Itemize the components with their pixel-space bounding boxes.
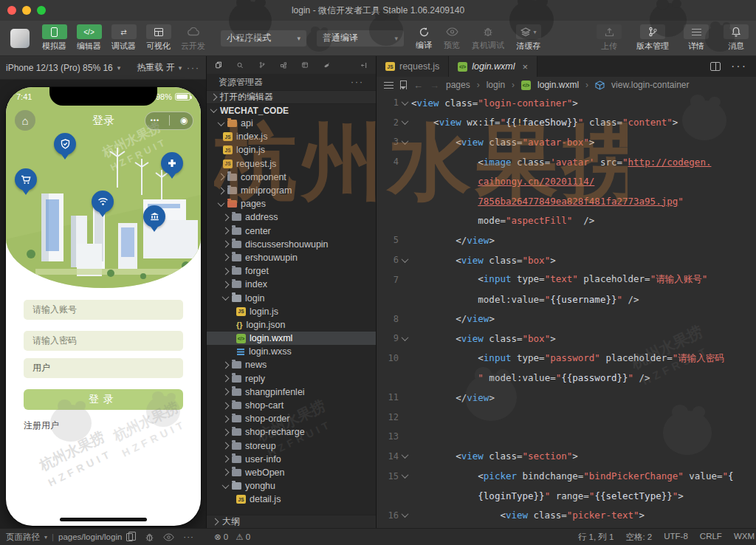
code-line[interactable]: model:value="{{username}}" /> bbox=[377, 289, 756, 309]
tree-item-reply[interactable]: reply bbox=[207, 372, 376, 385]
code-line[interactable]: 15 <picker bindchange="bindPickerChange"… bbox=[377, 466, 756, 486]
code-line[interactable]: 13 bbox=[377, 427, 756, 447]
open-editors-section[interactable]: 打开的编辑器 bbox=[207, 90, 376, 103]
tree-item-login.js[interactable]: JSlogin.js bbox=[207, 143, 376, 157]
tab-login-wxml[interactable]: </> login.wxml × bbox=[449, 56, 537, 77]
code-line[interactable]: mode="aspectFill" /> bbox=[377, 211, 756, 231]
tree-item-detail.js[interactable]: JSdetail.js bbox=[207, 493, 376, 506]
tree-item-shangpinfenlei[interactable]: shangpinfenlei bbox=[207, 385, 376, 399]
code-area[interactable]: 1<view class="login-container">2 <view w… bbox=[377, 93, 756, 528]
tree-item-storeup[interactable]: storeup bbox=[207, 439, 376, 453]
tree-item-discussershouwupin[interactable]: discussershouwupin bbox=[207, 238, 376, 251]
fold-chevron-icon[interactable] bbox=[402, 334, 409, 341]
language-mode[interactable]: WXM bbox=[734, 532, 755, 543]
page-path-select[interactable]: 页面路径 bbox=[6, 532, 40, 543]
code-line[interactable]: 4 <image class='avatar' src="http://code… bbox=[377, 152, 756, 172]
breadcrumb-pages[interactable]: pages bbox=[446, 80, 470, 90]
problems-indicator[interactable]: ⊗ 0 ⚠ 0 bbox=[207, 532, 250, 542]
fold-chevron-icon[interactable] bbox=[402, 510, 409, 518]
code-line[interactable]: {loginType}}" range="{{selectType}}"> bbox=[377, 486, 756, 506]
user-avatar[interactable] bbox=[10, 29, 30, 48]
tree-item-center[interactable]: center bbox=[207, 224, 376, 238]
code-line[interactable]: 10 <input type="password" placeholder="请… bbox=[377, 349, 756, 369]
code-line[interactable]: 16 <view class="picker-text"> bbox=[377, 505, 756, 525]
fold-chevron-icon[interactable] bbox=[402, 137, 409, 145]
visualization-toggle-button[interactable]: 可视化 bbox=[141, 24, 176, 52]
tree-item-request.js[interactable]: JSrequest.js bbox=[207, 157, 376, 171]
code-line[interactable]: 2 <view wx:if="{{!faceShow}}" class="con… bbox=[377, 113, 756, 133]
clear-cache-button[interactable]: ▾ 清缓存 bbox=[516, 24, 541, 52]
code-line[interactable]: 8 </view> bbox=[377, 309, 756, 329]
code-line[interactable]: 6 <view class="box"> bbox=[377, 250, 756, 270]
tree-item-news[interactable]: news bbox=[207, 358, 376, 371]
compile-button[interactable]: 编译 bbox=[416, 25, 432, 51]
fold-chevron-icon[interactable] bbox=[402, 98, 409, 106]
fold-chevron-icon[interactable] bbox=[402, 256, 409, 263]
panel-layout-icon[interactable] bbox=[302, 61, 308, 69]
tree-item-forget[interactable]: forget bbox=[207, 264, 376, 278]
code-line[interactable]: 9 <view class="box"> bbox=[377, 329, 756, 349]
tree-item-yonghu[interactable]: yonghu bbox=[207, 479, 376, 493]
nav-back-icon[interactable]: ← bbox=[413, 80, 423, 91]
code-line[interactable]: 5 </view> bbox=[377, 230, 756, 250]
login-type-picker[interactable]: 用户 bbox=[24, 358, 183, 378]
editor-more-button[interactable]: ··· bbox=[731, 60, 747, 73]
outline-list-icon[interactable] bbox=[384, 82, 394, 89]
code-line[interactable]: caihongy.cn/20201114/ bbox=[377, 171, 756, 191]
breadcrumb-file[interactable]: login.wxml bbox=[537, 80, 579, 90]
tree-item-component[interactable]: component bbox=[207, 171, 376, 184]
editor-toggle-button[interactable]: </> 编辑器 bbox=[72, 24, 106, 52]
minimize-window-button[interactable] bbox=[22, 6, 31, 15]
tree-item-pages[interactable]: pages bbox=[207, 197, 376, 210]
explorer-more-button[interactable]: ··· bbox=[351, 77, 364, 87]
tree-item-login.wxml[interactable]: </>login.wxml bbox=[207, 332, 376, 345]
fold-chevron-icon[interactable] bbox=[402, 118, 409, 126]
inspect-eye-icon[interactable] bbox=[163, 533, 174, 541]
code-line[interactable]: 1<view class="login-container"> bbox=[377, 93, 756, 113]
tree-item-login[interactable]: login bbox=[207, 291, 376, 304]
tab-request-js[interactable]: JS request.js bbox=[377, 56, 449, 77]
login-button[interactable]: 登录 bbox=[24, 389, 183, 410]
debug-bug-icon[interactable] bbox=[145, 532, 154, 542]
tree-item-login.js[interactable]: JSlogin.js bbox=[207, 305, 376, 318]
tree-item-user-info[interactable]: user-info bbox=[207, 453, 376, 466]
outline-section[interactable]: 大纲 bbox=[207, 515, 376, 528]
tree-item-shop-order[interactable]: shop-order bbox=[207, 412, 376, 425]
capsule-menu[interactable]: ••• ◉ bbox=[145, 112, 193, 130]
breadcrumb-node[interactable]: view.login-container bbox=[611, 80, 689, 90]
device-debug-button[interactable]: 真机调试 bbox=[472, 25, 504, 51]
search-icon[interactable] bbox=[237, 61, 243, 70]
extensions-icon[interactable] bbox=[281, 61, 286, 70]
tree-item-miniprogram[interactable]: miniprogram bbox=[207, 184, 376, 197]
compile-mode-select[interactable]: 普通编译▾ bbox=[317, 30, 404, 47]
mode-select[interactable]: 小程序模式▾ bbox=[221, 30, 306, 47]
tree-item-webOpen[interactable]: webOpen bbox=[207, 466, 376, 479]
code-line[interactable]: 14 <view class="section"> bbox=[377, 447, 756, 467]
close-window-button[interactable] bbox=[7, 6, 16, 15]
simulator-toggle-button[interactable]: 模拟器 bbox=[37, 24, 72, 52]
eol-setting[interactable]: CRLF bbox=[700, 532, 722, 543]
password-input[interactable]: 请输入密码 bbox=[24, 331, 183, 351]
hot-reload-toggle[interactable]: 热重载 开▾ bbox=[137, 61, 182, 74]
code-line[interactable]: 12 bbox=[377, 408, 756, 428]
files-icon[interactable] bbox=[216, 60, 221, 70]
tree-item-index.js[interactable]: JSindex.js bbox=[207, 130, 376, 143]
fold-chevron-icon[interactable] bbox=[402, 471, 409, 479]
register-link[interactable]: 注册用户 bbox=[24, 419, 59, 432]
message-button[interactable]: 消息 bbox=[724, 24, 749, 52]
code-line[interactable]: 7 <input type="text" placeholder="请输入账号" bbox=[377, 270, 756, 289]
tree-item-api[interactable]: api bbox=[207, 117, 376, 130]
cursor-position[interactable]: 行 1, 列 1 bbox=[578, 532, 614, 543]
breadcrumb-login[interactable]: login bbox=[487, 80, 505, 90]
code-line[interactable]: 3 <view class="avatar-box"> bbox=[377, 132, 756, 152]
tree-item-shop-recharge[interactable]: shop-recharge bbox=[207, 425, 376, 439]
account-input[interactable]: 请输入账号 bbox=[24, 300, 183, 320]
tree-item-shop-cart[interactable]: shop-cart bbox=[207, 399, 376, 412]
tree-item-login.wxss[interactable]: login.wxss bbox=[207, 345, 376, 358]
version-control-button[interactable]: 版本管理 bbox=[636, 24, 669, 52]
code-line[interactable]: 11 </view> bbox=[377, 388, 756, 408]
code-line[interactable]: 7856ba26477849ea828f481fa2773a95.jpg" bbox=[377, 191, 756, 211]
tree-item-index[interactable]: index bbox=[207, 278, 376, 291]
bookmark-icon[interactable] bbox=[400, 80, 407, 89]
git-icon[interactable] bbox=[259, 60, 265, 70]
